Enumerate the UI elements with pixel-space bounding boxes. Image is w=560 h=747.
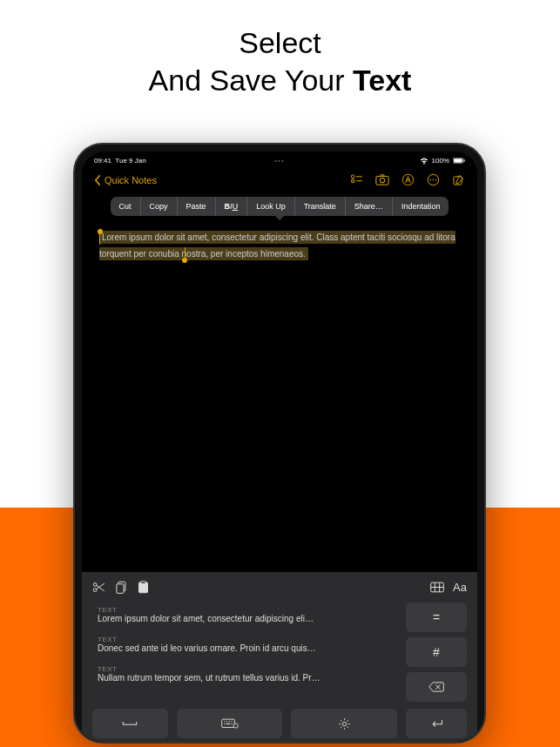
- svg-point-27: [226, 721, 227, 722]
- back-label: Quick Notes: [105, 175, 157, 185]
- menu-biu[interactable]: BIU: [216, 197, 248, 216]
- status-right: 100%: [420, 157, 465, 165]
- keyboard-toolbar: Aa: [92, 581, 467, 602]
- menu-paste[interactable]: Paste: [178, 197, 216, 216]
- text-format-button[interactable]: Aa: [453, 581, 467, 594]
- multitask-dots-icon[interactable]: •••: [274, 157, 284, 165]
- clipboard-paste-icon[interactable]: [138, 581, 149, 594]
- svg-rect-20: [141, 582, 145, 584]
- headline-line-2: And Save Your Text: [0, 62, 560, 99]
- ipad-screen: 09:41 Tue 9 Jan ••• 100% Quick Notes: [82, 151, 477, 742]
- svg-point-34: [342, 722, 346, 725]
- key-return[interactable]: [406, 709, 467, 738]
- svg-point-3: [351, 175, 354, 178]
- menu-translate[interactable]: Translate: [295, 197, 346, 216]
- bottom-key-row: [92, 709, 467, 742]
- menu-share[interactable]: Share…: [346, 197, 393, 216]
- status-bar: 09:41 Tue 9 Jan ••• 100%: [82, 151, 477, 166]
- camera-icon[interactable]: [375, 174, 389, 185]
- battery-icon: [453, 158, 465, 164]
- ipad-device-frame: 09:41 Tue 9 Jan ••• 100% Quick Notes: [73, 143, 486, 744]
- menu-copy[interactable]: Copy: [141, 197, 178, 216]
- svg-point-30: [224, 723, 225, 723]
- key-keyboard-settings[interactable]: [177, 709, 283, 738]
- wifi-icon: [420, 158, 428, 165]
- headline-line-1: Select: [0, 24, 560, 62]
- svg-point-13: [435, 179, 437, 181]
- key-hash[interactable]: #: [406, 637, 467, 667]
- key-equals[interactable]: =: [406, 602, 467, 632]
- table-icon[interactable]: [430, 582, 444, 593]
- clipboard-copy-icon[interactable]: [116, 581, 127, 594]
- compose-icon[interactable]: [452, 173, 465, 186]
- svg-rect-18: [117, 584, 124, 594]
- menu-cut[interactable]: Cut: [111, 197, 141, 216]
- selection-handle-start[interactable]: [98, 229, 103, 234]
- selection-handle-end[interactable]: [182, 258, 187, 263]
- svg-point-28: [228, 721, 229, 722]
- svg-point-31: [231, 723, 232, 723]
- nav-bar: Quick Notes: [82, 166, 477, 193]
- clip-item[interactable]: TEXT Nullam rutrum tempor sem, ut rutrum…: [92, 662, 397, 686]
- text-context-menu: Cut Copy Paste BIU Look Up Translate Sha…: [111, 197, 449, 216]
- selected-text[interactable]: Lorem ipsum dolor sit amet, consectetur …: [99, 231, 455, 260]
- key-settings[interactable]: [291, 709, 397, 738]
- menu-lookup[interactable]: Look Up: [247, 197, 295, 216]
- scissors-icon[interactable]: [92, 582, 105, 593]
- clip-item[interactable]: TEXT Donec sed ante id leo varius ornare…: [92, 632, 397, 656]
- key-backspace[interactable]: [406, 672, 467, 702]
- clip-item[interactable]: TEXT Lorem ipsum dolor sit amet, consect…: [92, 602, 397, 627]
- promo-headline: Select And Save Your Text: [0, 0, 560, 98]
- selection-caret-start: [99, 232, 100, 245]
- svg-rect-2: [463, 159, 464, 162]
- checklist-icon[interactable]: [350, 173, 363, 186]
- markup-icon[interactable]: [401, 173, 415, 186]
- svg-rect-32: [226, 723, 230, 723]
- note-empty-area[interactable]: [82, 268, 477, 572]
- keyboard-extension: Aa TEXT Lorem ipsum dolor sit amet, cons…: [82, 572, 477, 742]
- chevron-left-icon: [94, 175, 101, 185]
- back-button[interactable]: Quick Notes: [94, 175, 157, 185]
- svg-point-29: [231, 721, 232, 722]
- svg-rect-1: [454, 158, 462, 162]
- more-icon[interactable]: [427, 173, 440, 186]
- clipboard-area: TEXT Lorem ipsum dolor sit amet, consect…: [92, 602, 467, 702]
- menu-indentation[interactable]: Indentation: [393, 197, 449, 216]
- svg-point-26: [224, 721, 225, 722]
- svg-rect-19: [139, 582, 148, 593]
- key-space-small[interactable]: [92, 709, 168, 738]
- svg-point-11: [430, 179, 432, 181]
- svg-point-12: [433, 179, 435, 181]
- status-time-date: 09:41 Tue 9 Jan: [94, 157, 146, 165]
- svg-point-8: [380, 178, 384, 183]
- note-editor[interactable]: Lorem ipsum dolor sit amet, consectetur …: [82, 221, 477, 268]
